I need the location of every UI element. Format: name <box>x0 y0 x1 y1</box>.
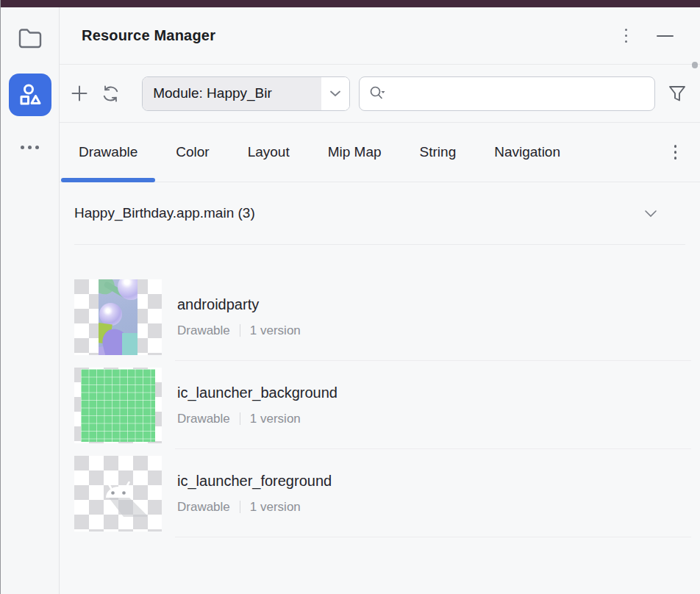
plus-icon <box>70 84 89 103</box>
module-selector-value: Module: Happy_Bir <box>143 77 321 110</box>
resource-versions: 1 version <box>250 500 301 515</box>
thumbnail-ic-launcher-background <box>74 368 162 443</box>
resource-versions: 1 version <box>250 323 301 338</box>
resource-type: Drawable <box>177 412 230 426</box>
tab-drawable[interactable]: Drawable <box>60 123 157 182</box>
resource-manager-panel: Resource Manager <box>1 7 700 594</box>
thumbnail-androidparty <box>74 279 162 355</box>
tool-sidebar <box>1 7 60 594</box>
minimize-icon <box>657 35 674 37</box>
resource-name: androidparty <box>177 296 301 313</box>
android-robot-icon <box>74 456 162 532</box>
tab-layout[interactable]: Layout <box>229 123 309 182</box>
panel-title: Resource Manager <box>82 27 215 44</box>
tab-color[interactable]: Color <box>157 123 228 182</box>
refresh-button[interactable] <box>100 82 122 104</box>
tab-string[interactable]: String <box>401 123 476 182</box>
more-tools-button[interactable] <box>21 140 39 154</box>
resource-type: Drawable <box>177 500 230 515</box>
tab-mip-map[interactable]: Mip Map <box>309 123 401 182</box>
filter-icon <box>667 83 688 104</box>
divider <box>240 501 240 513</box>
divider <box>240 324 240 337</box>
resource-list: androidparty Drawable 1 version ic <box>60 245 700 537</box>
resource-type-tabs: Drawable Color Layout Mip Map String Nav… <box>60 123 700 182</box>
artwork-preview <box>99 279 138 355</box>
search-icon <box>368 85 386 101</box>
add-resource-button[interactable] <box>68 82 90 104</box>
list-item-ic-launcher-foreground[interactable]: ic_launcher_foreground Drawable 1 versio… <box>60 449 700 537</box>
search-input[interactable] <box>393 86 646 101</box>
kebab-menu-icon <box>670 140 682 164</box>
hide-panel-button[interactable] <box>655 29 675 43</box>
tabs-overflow-button[interactable] <box>670 140 682 164</box>
thumbnail-ic-launcher-foreground <box>74 456 162 532</box>
resource-group-title: Happy_Birthday.app.main (3) <box>74 205 255 221</box>
folder-icon <box>18 27 43 49</box>
resource-manager-tool-button[interactable] <box>9 74 51 116</box>
chevron-down-icon <box>644 210 657 218</box>
panel-header: Resource Manager <box>60 7 700 65</box>
list-item-ic-launcher-background[interactable]: ic_launcher_background Drawable 1 versio… <box>60 361 700 449</box>
filter-button[interactable] <box>665 81 690 106</box>
scrollbar-thumb[interactable] <box>692 62 698 68</box>
resource-manager-icon <box>18 82 43 107</box>
more-horizontal-icon <box>21 146 39 149</box>
panel-options-button[interactable] <box>621 24 632 48</box>
resource-type: Drawable <box>177 323 230 338</box>
module-selector[interactable]: Module: Happy_Bir <box>142 76 350 111</box>
window-titlebar <box>1 0 700 7</box>
kebab-menu-icon <box>625 29 628 43</box>
resource-versions: 1 version <box>250 412 301 426</box>
green-grid-preview <box>81 369 155 442</box>
tab-navigation[interactable]: Navigation <box>475 123 579 182</box>
search-box[interactable] <box>359 76 655 111</box>
resource-group-header[interactable]: Happy_Birthday.app.main (3) <box>60 182 700 244</box>
resource-name: ic_launcher_background <box>177 384 338 401</box>
divider <box>240 412 240 425</box>
refresh-icon <box>101 84 121 104</box>
project-folder-button[interactable] <box>14 22 46 54</box>
chevron-down-icon <box>321 77 349 110</box>
resource-list-area: Happy_Birthday.app.main (3) <box>60 182 700 594</box>
list-item-androidparty[interactable]: androidparty Drawable 1 version <box>60 273 700 361</box>
toolbar: Module: Happy_Bir <box>60 65 700 123</box>
resource-name: ic_launcher_foreground <box>177 473 332 490</box>
